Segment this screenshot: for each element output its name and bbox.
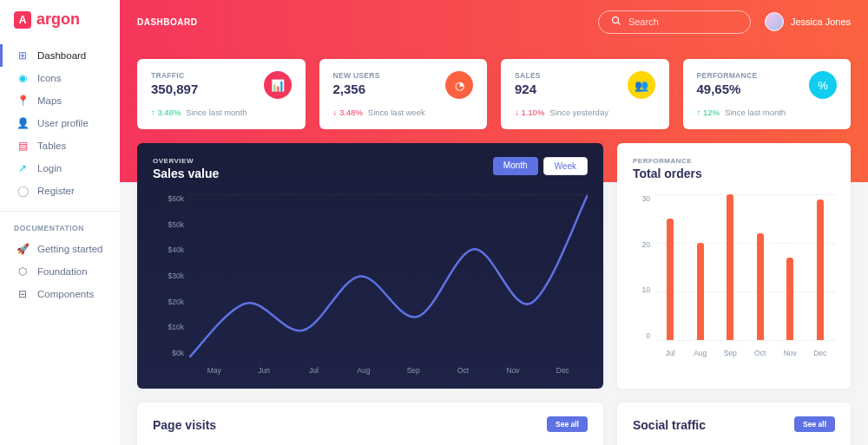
stat-icon: 👥 — [628, 71, 655, 99]
stat-traffic: TRAFFIC 350,897 📊 ↑ 3.48% Since last mon… — [137, 59, 306, 129]
x-tick: Oct — [745, 349, 775, 357]
bar — [727, 194, 733, 340]
doc-item-label: Components — [37, 289, 94, 299]
brand-logo[interactable]: A argon — [0, 10, 120, 44]
stat-since: Since last week — [368, 108, 425, 117]
y-tick: $50k — [153, 220, 184, 229]
sidebar-item-login[interactable]: ↗ Login — [0, 157, 120, 180]
orders-title: Total orders — [633, 167, 835, 180]
y-tick: $0k — [153, 349, 184, 357]
sidebar-item-label: Register — [37, 186, 75, 196]
stat-label: TRAFFIC — [151, 71, 198, 80]
sidebar-item-maps[interactable]: 📍 Maps — [0, 89, 120, 112]
sales-overline: OVERVIEW — [153, 157, 219, 165]
y-tick: 20 — [633, 240, 650, 249]
sidebar-item-user-profile[interactable]: 👤 User profile — [0, 112, 120, 134]
sidebar-item-label: Tables — [37, 141, 66, 151]
getting-started-icon: 🚀 — [16, 243, 29, 255]
brand-logo-icon: A — [14, 11, 31, 29]
x-tick: May — [189, 366, 239, 375]
search-box[interactable] — [598, 10, 751, 34]
doc-item-foundation[interactable]: ⬡ Foundation — [0, 260, 120, 283]
x-tick: Dec — [805, 349, 835, 357]
stat-since: Since last month — [725, 108, 786, 117]
sales-title: Sales value — [153, 167, 219, 180]
sidebar-item-dashboard[interactable]: ⊞ Dashboard — [0, 44, 120, 67]
stat-since: Since yesterday — [549, 108, 608, 117]
y-tick: 10 — [633, 285, 650, 294]
stat-icon: 📊 — [264, 71, 292, 99]
stat-value: 350,897 — [151, 82, 198, 96]
stat-value: 924 — [515, 82, 541, 96]
y-tick: 0 — [633, 331, 650, 340]
x-tick: Aug — [339, 366, 388, 375]
doc-item-getting-started[interactable]: 🚀 Getting started — [0, 238, 120, 260]
topbar: DASHBOARD Jessica Jones — [137, 0, 851, 43]
stat-since: Since last month — [186, 108, 247, 117]
register-icon: ◯ — [16, 185, 29, 197]
tables-icon: ▤ — [16, 140, 29, 152]
x-tick: Nov — [488, 366, 537, 375]
stat-new-users: NEW USERS 2,356 ◔ ↓ 3.48% Since last wee… — [319, 59, 488, 129]
search-input[interactable] — [628, 16, 738, 27]
bar — [786, 258, 793, 340]
icons-icon: ◉ — [16, 72, 29, 84]
bar — [697, 243, 704, 340]
x-tick: Nov — [775, 349, 806, 357]
doc-item-components[interactable]: ⊟ Components — [0, 283, 120, 305]
sidebar-item-label: Maps — [37, 95, 62, 106]
svg-point-0 — [612, 16, 618, 23]
stat-icon: % — [809, 71, 837, 99]
dashboard-icon: ⊞ — [16, 49, 29, 62]
y-tick: $10k — [153, 323, 184, 331]
sidebar: A argon ⊞ Dashboard ◉ Icons 📍 Maps 👤 Use… — [0, 0, 120, 445]
stat-label: NEW USERS — [333, 71, 380, 80]
sidebar-item-tables[interactable]: ▤ Tables — [0, 134, 120, 157]
x-tick: Sep — [389, 366, 438, 375]
orders-chart-card: PERFORMANCE Total orders 3020100 JulAugS… — [617, 143, 851, 389]
social-see-all[interactable]: See all — [794, 416, 835, 432]
bar — [757, 233, 764, 340]
x-tick: Dec — [538, 366, 588, 375]
sidebar-item-label: Icons — [37, 73, 62, 83]
orders-overline: PERFORMANCE — [633, 157, 835, 165]
stat-sales: SALES 924 👥 ↓ 1.10% Since yesterday — [501, 59, 669, 129]
bar — [667, 219, 674, 340]
y-tick: $60k — [153, 194, 184, 203]
sidebar-item-label: Login — [37, 163, 62, 173]
y-tick: 30 — [633, 194, 650, 203]
sales-chart-card: OVERVIEW Sales value Month Week $60k$50k… — [137, 143, 603, 389]
doc-item-label: Foundation — [37, 266, 88, 277]
x-tick: Jun — [239, 366, 288, 375]
sidebar-item-label: User profile — [37, 118, 89, 128]
doc-item-label: Getting started — [37, 244, 102, 254]
sidebar-item-icons[interactable]: ◉ Icons — [0, 67, 120, 89]
toggle-month[interactable]: Month — [493, 157, 538, 175]
x-tick: Jul — [289, 366, 339, 375]
y-tick: $40k — [153, 245, 184, 254]
foundation-icon: ⬡ — [16, 265, 29, 278]
user-menu[interactable]: Jessica Jones — [765, 12, 851, 31]
sidebar-item-register[interactable]: ◯ Register — [0, 180, 120, 202]
x-tick: Sep — [715, 349, 746, 357]
orders-chart: 3020100 JulAugSepOctNovDec — [633, 194, 835, 357]
stats-row: TRAFFIC 350,897 📊 ↑ 3.48% Since last mon… — [137, 59, 851, 129]
main: DASHBOARD Jessica Jones — [120, 0, 868, 445]
components-icon: ⊟ — [16, 288, 29, 300]
maps-icon: 📍 — [16, 95, 29, 107]
stat-delta: ↑ 3.48% — [151, 108, 181, 117]
toggle-week[interactable]: Week — [543, 157, 588, 175]
sidebar-doc-heading: DOCUMENTATION — [0, 211, 120, 238]
stat-value: 49,65% — [697, 82, 758, 96]
stat-value: 2,356 — [333, 82, 380, 96]
stat-icon: ◔ — [445, 71, 473, 99]
stat-delta: ↓ 3.48% — [333, 108, 363, 117]
user-profile-icon: 👤 — [16, 117, 29, 129]
svg-line-1 — [617, 22, 620, 24]
page-visits-see-all[interactable]: See all — [547, 416, 588, 432]
stat-delta: ↑ 12% — [697, 108, 720, 117]
avatar — [765, 12, 784, 31]
y-tick: $20k — [153, 298, 184, 306]
x-tick: Aug — [685, 349, 715, 357]
stat-delta: ↓ 1.10% — [515, 108, 544, 117]
